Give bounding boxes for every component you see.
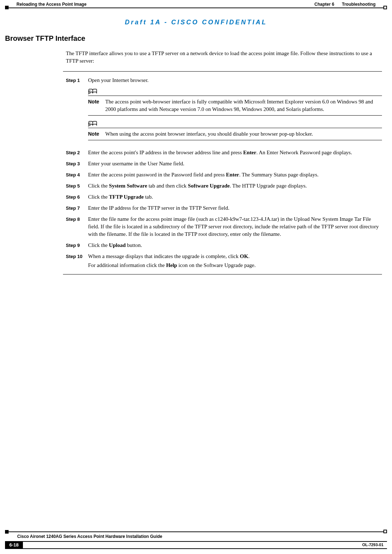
steps-start-rule bbox=[63, 71, 382, 72]
step-post-text: For additional information click the Hel… bbox=[88, 262, 382, 269]
text-frag: Click the bbox=[88, 194, 109, 200]
step-label: Step 3 bbox=[66, 160, 88, 167]
text-frag: Enter the access point's IP address in t… bbox=[88, 150, 243, 155]
step-label: Step 5 bbox=[66, 182, 88, 190]
step-label: Step 8 bbox=[66, 215, 88, 238]
text-frag: button. bbox=[126, 242, 142, 248]
note-label: Note bbox=[88, 98, 105, 113]
section-heading: Browser TFTP Interface bbox=[5, 33, 392, 43]
running-head-left: Reloading the Access Point Image bbox=[16, 1, 87, 8]
step-text: Click the Upload button. bbox=[88, 242, 382, 249]
step-text: When a message displays that indicates t… bbox=[88, 253, 382, 269]
note-icon bbox=[88, 88, 97, 95]
step-3: Step 3 Enter your username in the User N… bbox=[66, 160, 382, 167]
step-body: Open your Internet browser. bbox=[88, 77, 149, 83]
page-number: 6-18 bbox=[5, 541, 23, 549]
step-text: Open your Internet browser. Note The acc… bbox=[88, 77, 382, 145]
page-header: Reloading the Access Point Image Chapter… bbox=[5, 0, 387, 9]
step-8: Step 8 Enter the file name for the acces… bbox=[66, 215, 382, 238]
step-7: Step 7 Enter the IP address for the TFTP… bbox=[66, 204, 382, 212]
step-text: Click the System Software tab and then c… bbox=[88, 182, 382, 190]
step-label: Step 7 bbox=[66, 204, 88, 212]
footer-spacer bbox=[23, 541, 359, 549]
step-text: Enter the IP address for the TFTP server… bbox=[88, 204, 382, 212]
text-frag: tab and then click bbox=[147, 183, 188, 189]
note-icon bbox=[88, 121, 97, 127]
step-label: Step 4 bbox=[66, 171, 88, 179]
step-1: Step 1 Open your Internet browser. Note … bbox=[66, 77, 382, 145]
text-frag: . An Enter Network Password page display… bbox=[256, 150, 352, 155]
bold-frag: Upload bbox=[109, 242, 126, 248]
step-4: Step 4 Enter the access point password i… bbox=[66, 171, 382, 179]
footer-rule bbox=[8, 531, 384, 532]
step-text: Enter the access point password in the P… bbox=[88, 171, 382, 179]
step-text: Enter the access point's IP address in t… bbox=[88, 149, 382, 156]
footer-marker-left bbox=[5, 530, 9, 534]
note-block: Note When using the access point browser… bbox=[88, 121, 382, 140]
bold-frag: Enter bbox=[226, 172, 239, 178]
bold-frag: Enter bbox=[243, 150, 256, 155]
step-9: Step 9 Click the Upload button. bbox=[66, 242, 382, 249]
step-text: Enter the file name for the access point… bbox=[88, 215, 382, 238]
text-frag: . The HTTP Upgrade page displays. bbox=[230, 183, 307, 189]
chapter-title: Troubleshooting bbox=[342, 2, 376, 7]
bold-frag: Help bbox=[166, 262, 177, 268]
text-frag: For additional information click the bbox=[88, 262, 166, 268]
step-label: Step 2 bbox=[66, 149, 88, 156]
bold-frag: TFTP Upgrade bbox=[109, 194, 144, 200]
text-frag: . bbox=[248, 253, 250, 259]
text-frag: When a message displays that indicates t… bbox=[88, 253, 240, 259]
text-frag: icon on the Software Upgrade page. bbox=[177, 262, 256, 268]
step-6: Step 6 Click the TFTP Upgrade tab. bbox=[66, 193, 382, 201]
chapter-number: Chapter 6 bbox=[314, 2, 334, 7]
step-10: Step 10 When a message displays that ind… bbox=[66, 253, 382, 269]
text-frag: Click the bbox=[88, 242, 109, 248]
body-column: The TFTP interface allows you to use a T… bbox=[66, 50, 382, 274]
bold-frag: Software Upgrade bbox=[188, 183, 230, 189]
text-frag: Enter the access point password in the P… bbox=[88, 172, 226, 178]
page-footer: Cisco Aironet 1240AG Series Access Point… bbox=[5, 531, 387, 549]
bold-frag: System Software bbox=[109, 183, 147, 189]
footer-guide-title: Cisco Aironet 1240AG Series Access Point… bbox=[5, 532, 387, 541]
note-label: Note bbox=[88, 130, 105, 138]
footer-marker-right bbox=[383, 530, 387, 533]
step-2: Step 2 Enter the access point's IP addre… bbox=[66, 149, 382, 156]
note-block: Note The access point web-browser interf… bbox=[88, 88, 382, 116]
document-number: OL-7293-01 bbox=[359, 541, 387, 549]
running-head-right: Chapter 6 Troubleshooting bbox=[314, 1, 376, 8]
step-label: Step 1 bbox=[66, 77, 88, 145]
step-text: Click the TFTP Upgrade tab. bbox=[88, 193, 382, 201]
step-label: Step 10 bbox=[66, 253, 88, 269]
note-text: The access point web-browser interface i… bbox=[105, 98, 382, 113]
step-5: Step 5 Click the System Software tab and… bbox=[66, 182, 382, 190]
bold-frag: OK bbox=[240, 253, 248, 259]
step-text: Enter your username in the User Name fie… bbox=[88, 160, 382, 167]
text-frag: tab. bbox=[144, 194, 153, 200]
text-frag: . The Summary Status page displays. bbox=[239, 172, 319, 178]
note-text: When using the access point browser inte… bbox=[105, 130, 382, 138]
footer-bar: 6-18 OL-7293-01 bbox=[5, 541, 387, 549]
step-label: Step 9 bbox=[66, 242, 88, 249]
confidential-banner: Draft 1A - CISCO CONFIDENTIAL bbox=[0, 18, 392, 27]
header-rule bbox=[8, 8, 384, 8]
steps-end-rule bbox=[63, 274, 382, 274]
step-label: Step 6 bbox=[66, 193, 88, 201]
text-frag: Click the bbox=[88, 183, 109, 189]
intro-paragraph: The TFTP interface allows you to use a T… bbox=[66, 50, 382, 65]
